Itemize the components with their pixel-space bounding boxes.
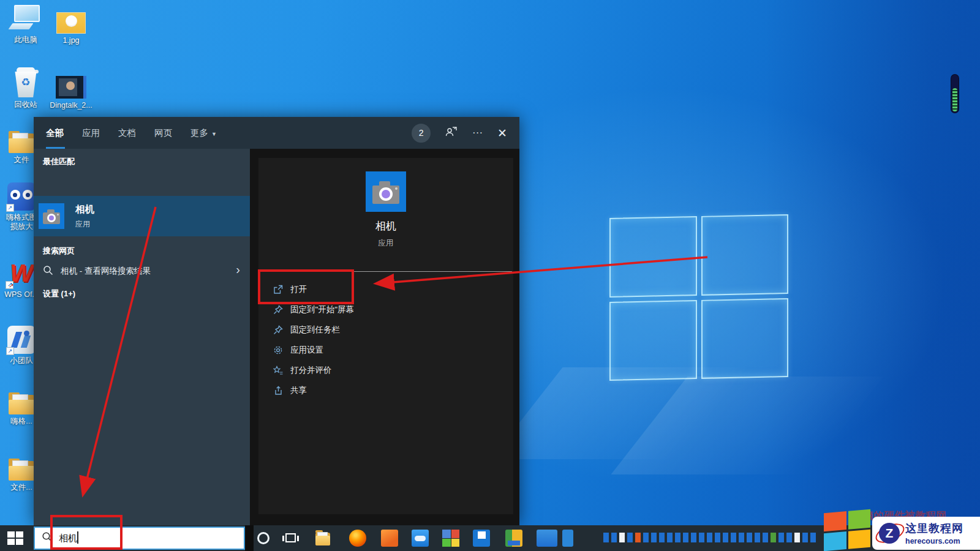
wps-office-icon: W↗ <box>7 260 36 288</box>
start-button[interactable] <box>7 531 23 545</box>
action-app-settings[interactable]: 应用设置 <box>258 340 513 360</box>
preview-app-subtitle: 应用 <box>258 238 513 249</box>
shortcut-arrow-icon: ↗ <box>6 204 14 212</box>
taskbar-pinned-app-icon[interactable] <box>786 533 792 542</box>
search-flyout-panel: 全部 应用 文档 网页 更多▼ 2 ··· ✕ 最佳匹配 <box>34 117 519 525</box>
desktop-icon-dingtalk-video[interactable]: Dingtalk_2... <box>45 76 97 110</box>
taskbar-pinned-app-icon[interactable] <box>603 533 609 542</box>
recycle-bin-icon: ♻ <box>12 67 40 98</box>
taskbar-pinned-app-icon[interactable] <box>643 533 649 542</box>
file-explorer-icon[interactable] <box>314 530 331 547</box>
shortcut-arrow-icon: ↗ <box>6 347 14 355</box>
action-share[interactable]: 共享 <box>258 380 513 400</box>
cortana-icon[interactable] <box>257 532 270 544</box>
watermark-site-domain: herecours.com <box>905 537 963 545</box>
result-count-badge: 2 <box>412 124 431 143</box>
result-title: 相机 <box>75 203 94 216</box>
search-icon <box>43 265 53 278</box>
firefox-icon[interactable] <box>349 530 366 547</box>
tab-more[interactable]: 更多▼ <box>190 127 217 139</box>
shortcut-arrow-icon: ↗ <box>6 281 13 289</box>
taskbar-pinned-app-icon[interactable] <box>731 533 736 542</box>
settings-icon <box>273 345 283 355</box>
taskbar-pinned-app-icon[interactable] <box>659 533 665 542</box>
best-match-result-camera[interactable]: 相机 应用 <box>34 196 250 236</box>
taskbar-pinned-app-icon[interactable] <box>778 533 784 542</box>
chevron-down-icon: ▼ <box>211 131 217 137</box>
taskbar-app-icon[interactable] <box>562 530 573 547</box>
folder-icon <box>7 393 36 414</box>
result-subtitle: 应用 <box>75 219 94 230</box>
taskbar-pinned-strip <box>603 533 816 542</box>
taskbar-app-icon[interactable] <box>505 530 522 547</box>
taskbar-pinned-app-icon[interactable] <box>755 533 760 542</box>
desktop-icon-this-pc[interactable]: 此电脑 <box>0 4 51 45</box>
taskbar-pinned-app-icon[interactable] <box>675 533 680 542</box>
taskbar-pinned-app-icon[interactable] <box>794 533 800 542</box>
taskbar-pinned-app-icon[interactable] <box>723 533 728 542</box>
watermark-windows-flag <box>824 509 870 551</box>
taskbar-app-icon[interactable] <box>442 530 459 547</box>
watermark-card: Z 这里教程网 herecours.com <box>872 517 980 550</box>
action-label: 固定到任务栏 <box>290 324 340 335</box>
web-result-text: 相机 - 查看网络搜索结果 <box>61 266 151 277</box>
web-search-result[interactable]: 相机 - 查看网络搜索结果 › <box>34 259 250 283</box>
action-pin-to-taskbar[interactable]: 固定到任务栏 <box>258 320 513 340</box>
taskbar-pinned-app-icon[interactable] <box>763 533 768 542</box>
close-icon[interactable]: ✕ <box>497 126 507 140</box>
desktop-icon-label: 1.jpg <box>45 36 97 45</box>
taskbar-pinned-app-icon[interactable] <box>810 533 816 542</box>
taskbar-pinned-app-icon[interactable] <box>747 533 752 542</box>
action-rate-review[interactable]: 打分并评价 <box>258 360 513 380</box>
search-results-column: 最佳匹配 相机 应用 搜索网页 <box>34 149 250 525</box>
action-label: 应用设置 <box>290 345 323 356</box>
tab-all[interactable]: 全部 <box>46 127 64 139</box>
taskbar-pinned-app-icon[interactable] <box>667 533 673 542</box>
account-icon[interactable] <box>445 126 458 140</box>
taskbar-pinned-app-icon[interactable] <box>771 533 776 542</box>
taskbar-pinned-app-icon[interactable] <box>715 533 720 542</box>
taskbar-pinned-app-icon[interactable] <box>691 533 696 542</box>
pin-start-icon <box>273 305 283 315</box>
preview-app-title: 相机 <box>258 219 513 233</box>
tab-documents[interactable]: 文档 <box>118 127 136 139</box>
this-pc-icon <box>10 4 41 33</box>
divider <box>245 525 254 551</box>
desktop-icon-label: Dingtalk_2... <box>45 101 97 110</box>
taskbar-pinned-app-icon[interactable] <box>683 533 688 542</box>
taskbar-pinned-app-icon[interactable] <box>707 533 712 542</box>
search-filter-bar: 全部 应用 文档 网页 更多▼ 2 ··· ✕ <box>34 117 519 149</box>
chevron-right-icon[interactable]: › <box>236 263 240 277</box>
rate-icon <box>273 365 283 375</box>
action-label: 共享 <box>290 385 307 396</box>
volume-indicator <box>951 74 959 113</box>
taskbar-pinned-app-icon[interactable] <box>651 533 657 542</box>
more-options-button[interactable]: ··· <box>472 127 483 139</box>
task-view-icon[interactable] <box>285 533 296 542</box>
watermark-logo-letter: Z <box>879 523 900 544</box>
taskbar-app-icon[interactable] <box>381 530 398 547</box>
taskbar-app-icon[interactable] <box>412 530 429 547</box>
action-label: 固定到"开始"屏幕 <box>290 304 354 315</box>
taskbar-pinned-app-icon[interactable] <box>802 533 808 542</box>
annotation-box-open <box>258 269 354 304</box>
taskbar-pinned-app-icon[interactable] <box>627 533 633 542</box>
taskbar-app-icon[interactable] <box>537 530 557 547</box>
tab-apps[interactable]: 应用 <box>82 127 100 139</box>
tab-web[interactable]: 网页 <box>154 127 172 139</box>
desktop-icon-1jpg[interactable]: 1.jpg <box>45 12 97 45</box>
desktop-icon-recycle-bin[interactable]: ♻ 回收站 <box>0 67 51 110</box>
section-best-match: 最佳匹配 <box>43 156 75 167</box>
desktop: 此电脑 1.jpg ♻ 回收站 Dingtalk_2... 文件 ↗ 嗨格式图 … <box>0 0 980 551</box>
taskbar-pinned-app-icon[interactable] <box>611 533 617 542</box>
taskbar-pinned-app-icon[interactable] <box>739 533 744 542</box>
video-thumbnail-icon <box>56 76 86 99</box>
watermark-site-name: 这里教程网 <box>905 521 963 536</box>
taskbar-pinned-app-icon[interactable] <box>619 533 625 542</box>
taskbar-pinned-app-icon[interactable] <box>699 533 704 542</box>
camera-app-icon-large <box>366 171 406 212</box>
search-preview-column: 相机 应用 打开 固定到"开始"屏幕 <box>250 149 519 525</box>
taskbar-pinned-app-icon[interactable] <box>635 533 641 542</box>
taskbar-app-icon[interactable] <box>473 530 490 547</box>
desktop-icon-label: 回收站 <box>0 100 51 110</box>
